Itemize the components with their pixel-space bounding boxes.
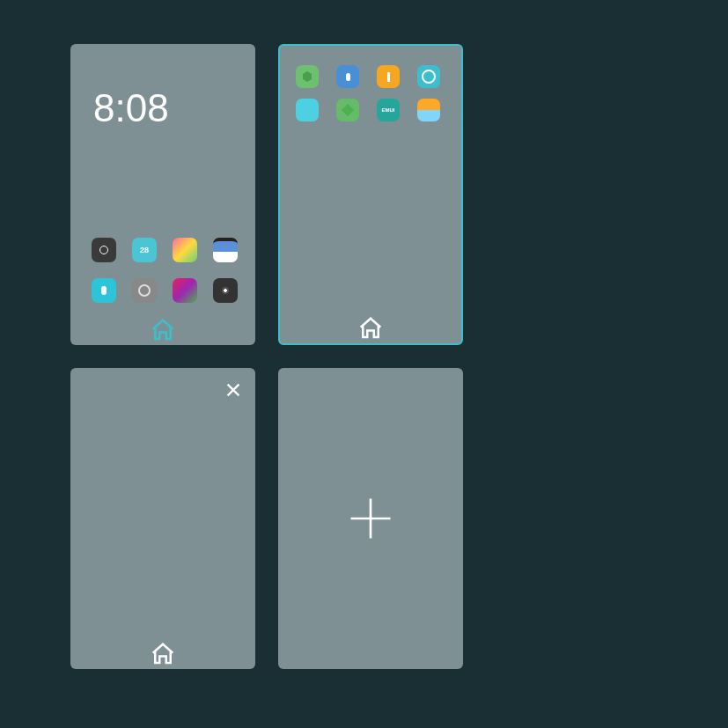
- video-app-icon: [213, 238, 238, 262]
- themes-app-icon: [173, 278, 197, 303]
- driving-app-icon: [417, 65, 440, 88]
- set-default-home-button[interactable]: [357, 315, 384, 342]
- more-app-icon: [377, 65, 400, 88]
- set-default-home-button[interactable]: [150, 317, 176, 343]
- security-app-icon: [296, 65, 319, 88]
- app-icon-grid: 28: [92, 238, 238, 303]
- plus-icon: [347, 495, 394, 542]
- clock-widget: 8:08: [93, 86, 169, 130]
- games-app-icon: [173, 238, 197, 262]
- calendar-app-icon: 28: [132, 238, 157, 262]
- set-default-home-button[interactable]: [150, 641, 176, 667]
- home-screen-preview-3[interactable]: [70, 368, 255, 669]
- app-icon-grid: EMUI: [296, 65, 440, 121]
- emui-app-icon: EMUI: [377, 99, 400, 121]
- clock-app-icon: [92, 238, 116, 262]
- settings-app-icon: [132, 278, 157, 303]
- voice-app-icon: [336, 65, 359, 88]
- recorder-app-icon: [92, 278, 116, 303]
- weather-app-icon: [417, 99, 440, 121]
- home-screen-preview-1[interactable]: 8:08 28: [70, 44, 255, 345]
- home-screen-preview-2[interactable]: EMUI: [278, 44, 463, 345]
- health-app-icon: [296, 99, 319, 121]
- delete-screen-button[interactable]: [224, 380, 243, 400]
- add-home-screen-button[interactable]: [278, 368, 463, 669]
- package-app-icon: [336, 99, 359, 121]
- camera-app-icon: [213, 278, 238, 303]
